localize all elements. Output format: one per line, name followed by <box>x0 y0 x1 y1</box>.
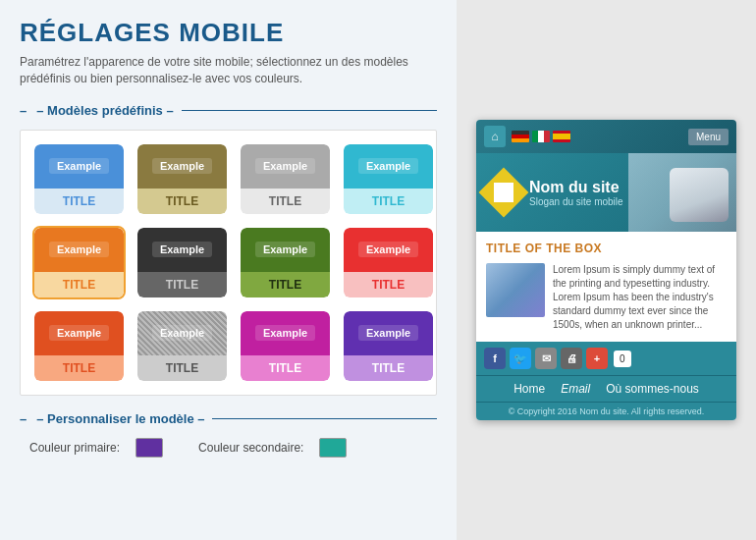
page-title: RÉGLAGES MOBILE <box>20 18 437 48</box>
right-panel: ⌂ Menu Nom du site Slogan du site mobile <box>457 0 756 540</box>
model-card-7-top: Example <box>241 228 330 272</box>
mobile-box-title: TITLE OF THE BOX <box>486 242 727 255</box>
mobile-site-name: Nom du site <box>529 179 623 196</box>
model-card-7[interactable]: Example TITLE <box>239 226 332 299</box>
model-card-5[interactable]: Example TITLE <box>32 226 126 299</box>
model-card-6-top: Example <box>137 228 227 272</box>
models-section-header: – Modèles prédéfinis – <box>20 103 437 118</box>
model-card-5-top: Example <box>34 228 124 272</box>
primary-color-label: Couleur primaire: <box>29 441 120 455</box>
model-card-12[interactable]: Example TITLE <box>342 309 435 383</box>
model-card-5-bottom: TITLE <box>34 272 124 297</box>
social-count: 0 <box>614 351 631 367</box>
model-card-1[interactable]: Example TITLE <box>32 142 126 216</box>
model-card-10-bottom: TITLE <box>137 355 227 381</box>
model-card-4-top: Example <box>344 144 433 189</box>
mobile-flags <box>512 131 570 142</box>
email-icon[interactable]: ✉ <box>535 348 557 369</box>
model-card-2-top: Example <box>137 144 227 189</box>
model-card-9[interactable]: Example TITLE <box>32 309 126 383</box>
phone-image <box>670 168 729 222</box>
model-card-11[interactable]: Example TITLE <box>239 309 332 383</box>
mobile-box-body: Lorem Ipsum is simply dummy text of the … <box>486 263 727 332</box>
plus-icon[interactable]: + <box>586 348 608 369</box>
model-card-8-bottom: TITLE <box>344 272 433 297</box>
mobile-header-left: ⌂ <box>484 126 570 147</box>
model-card-4[interactable]: Example TITLE <box>342 142 435 216</box>
mobile-hero: Nom du site Slogan du site mobile <box>476 153 736 232</box>
mobile-logo <box>479 168 529 218</box>
nav-home[interactable]: Home <box>513 382 545 396</box>
model-card-12-bottom: TITLE <box>344 355 433 381</box>
secondary-color-label: Couleur secondaire: <box>198 441 303 455</box>
facebook-icon[interactable]: f <box>484 348 506 369</box>
models-grid: Example TITLE Example TITLE Example TITL… <box>20 130 437 396</box>
mobile-social-bar: f 🐦 ✉ 🖨 + 0 <box>476 342 736 375</box>
model-card-9-top: Example <box>34 311 124 355</box>
model-card-10-top: Example <box>137 311 227 355</box>
personalize-section: – Personnaliser le modèle – Couleur prim… <box>20 411 437 458</box>
nav-location[interactable]: Où sommes-nous <box>606 382 699 396</box>
model-card-11-bottom: TITLE <box>241 355 330 381</box>
mobile-preview: ⌂ Menu Nom du site Slogan du site mobile <box>476 120 736 420</box>
personalize-section-header: – Personnaliser le modèle – <box>20 411 437 426</box>
model-card-10[interactable]: Example TITLE <box>135 309 229 383</box>
mobile-footer: © Copyright 2016 Nom du site. All rights… <box>476 402 736 420</box>
secondary-color-swatch[interactable] <box>319 438 347 458</box>
print-icon[interactable]: 🖨 <box>561 348 582 369</box>
nav-email[interactable]: Email <box>561 382 590 396</box>
mobile-menu-button[interactable]: Menu <box>688 129 729 145</box>
model-card-6[interactable]: Example TITLE <box>135 226 229 299</box>
mobile-lorem-text: Lorem Ipsum is simply dummy text of the … <box>553 263 727 332</box>
footer-text: © Copyright 2016 Nom du site. All rights… <box>509 406 705 416</box>
flag-germany[interactable] <box>512 131 529 142</box>
color-row: Couleur primaire: Couleur secondaire: <box>20 438 437 458</box>
mobile-content: TITLE OF THE BOX Lorem Ipsum is simply d… <box>476 232 736 342</box>
mobile-header: ⌂ Menu <box>476 120 736 153</box>
model-card-8[interactable]: Example TITLE <box>342 226 435 299</box>
model-card-2-bottom: TITLE <box>137 189 227 214</box>
flag-italy[interactable] <box>532 131 550 142</box>
model-card-4-bottom: TITLE <box>344 189 433 214</box>
model-card-1-top: Example <box>34 144 124 189</box>
mobile-site-slogan: Slogan du site mobile <box>529 196 623 207</box>
home-icon[interactable]: ⌂ <box>484 126 506 147</box>
flag-spain[interactable] <box>553 131 570 142</box>
page-subtitle: Paramétrez l'apparence de votre site mob… <box>20 54 437 87</box>
model-card-3-bottom: TITLE <box>241 189 330 214</box>
mobile-nav: Home Email Où sommes-nous <box>476 375 736 402</box>
model-card-2[interactable]: Example TITLE <box>135 142 229 216</box>
model-card-3-top: Example <box>241 144 330 189</box>
model-card-6-bottom: TITLE <box>137 272 227 297</box>
twitter-icon[interactable]: 🐦 <box>510 348 531 369</box>
primary-color-swatch[interactable] <box>135 438 163 458</box>
model-card-8-top: Example <box>344 228 433 272</box>
model-card-3[interactable]: Example TITLE <box>239 142 332 216</box>
model-card-7-bottom: TITLE <box>241 272 330 297</box>
logo-inner <box>494 183 513 202</box>
model-card-11-top: Example <box>241 311 330 355</box>
model-card-12-top: Example <box>344 311 433 355</box>
model-card-9-bottom: TITLE <box>34 355 124 381</box>
model-card-1-bottom: TITLE <box>34 189 124 214</box>
mobile-site-info: Nom du site Slogan du site mobile <box>529 179 623 207</box>
left-panel: RÉGLAGES MOBILE Paramétrez l'apparence d… <box>0 0 457 540</box>
mobile-thumbnail <box>486 263 545 317</box>
